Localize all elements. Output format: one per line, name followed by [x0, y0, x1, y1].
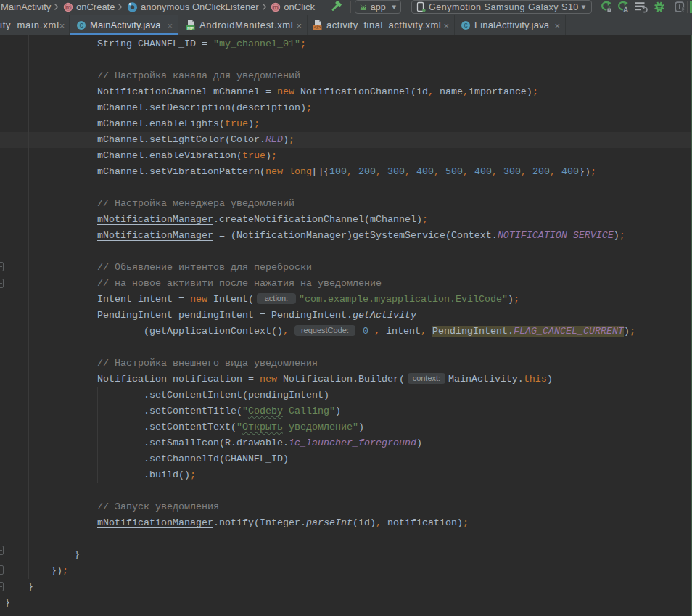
svg-text:m: m	[273, 4, 279, 11]
svg-text:C: C	[79, 22, 83, 30]
svg-text:m: m	[65, 4, 71, 11]
svg-text:</>: </>	[314, 25, 321, 30]
svg-text:A: A	[623, 6, 628, 13]
svg-text:C: C	[464, 22, 468, 30]
svg-text:MF: MF	[187, 25, 194, 30]
